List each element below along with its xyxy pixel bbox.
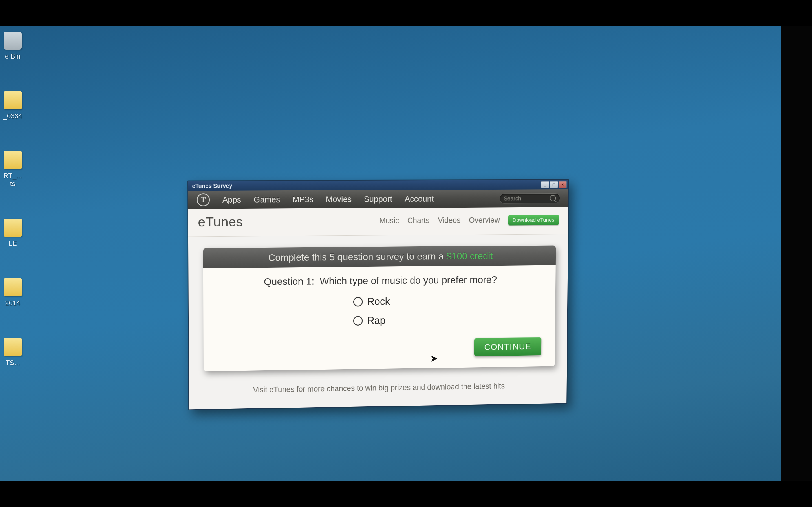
option-label: Rap [367,315,386,327]
monitor-bezel [781,26,812,481]
folder-icon [4,219,22,237]
nav-account[interactable]: Account [405,194,434,203]
footer-note: Visit eTunes for more chances to win big… [189,372,567,409]
survey-banner: Complete this 5 question survey to earn … [203,245,556,268]
sub-nav: eTunes Music Charts Videos Overview Down… [188,207,568,237]
brand-title: eTunes [198,214,243,230]
folder-icon [4,151,22,169]
window-minimize-button[interactable]: _ [541,181,549,188]
download-button[interactable]: Download eTunes [508,214,559,225]
continue-button[interactable]: CONTINUE [474,337,541,356]
option-rock[interactable]: Rock [353,295,409,308]
nav-support[interactable]: Support [364,194,393,204]
desktop-icon-recycle-bin[interactable]: e Bin [0,32,34,60]
survey-question: Question 1: Which type of music do you p… [217,274,542,288]
option-rap[interactable]: Rap [353,314,409,327]
question-text: Which type of music do you prefer more? [320,274,497,286]
subnav-music[interactable]: Music [379,216,399,225]
search-placeholder: Search [504,195,521,202]
window-titlebar[interactable]: eTunes Survey _ □ × [188,180,568,191]
subnav-charts[interactable]: Charts [407,216,430,225]
desktop-icon-folder[interactable]: _0334 [0,91,34,120]
recycle-bin-icon [4,32,22,50]
desktop-icon-label: e Bin [5,52,20,60]
banner-credit: $100 credit [446,250,493,262]
desktop-icon-folder[interactable]: RT_... ts [0,151,34,187]
desktop-icon-label: LE [8,239,17,247]
desktop: e Bin _0334 RT_... ts LE 2014 TS... eTun… [0,26,812,481]
option-label: Rock [367,296,390,307]
etunes-logo-icon[interactable]: T [197,193,210,207]
desktop-icon-folder[interactable]: LE [0,219,34,247]
window-close-button[interactable]: × [559,181,567,188]
subnav-overview[interactable]: Overview [469,216,500,224]
subnav-videos[interactable]: Videos [438,216,461,225]
search-input[interactable]: Search [500,193,560,204]
radio-icon [353,316,363,326]
survey-card: Complete this 5 question survey to earn … [203,245,556,371]
top-nav: T Apps Games MP3s Movies Support Account… [188,189,568,209]
desktop-icon-label: 2014 [5,299,20,307]
radio-icon [353,297,363,306]
desktop-icon-label: _0334 [3,112,22,120]
window-maximize-button[interactable]: □ [550,181,558,188]
desktop-icon-folder[interactable]: TS... [0,338,34,367]
desktop-icon-label: TS... [6,359,20,367]
nav-apps[interactable]: Apps [222,195,241,205]
nav-mp3s[interactable]: MP3s [293,194,313,204]
search-icon [550,195,556,202]
nav-games[interactable]: Games [254,195,280,205]
folder-icon [4,278,22,296]
folder-icon [4,338,22,356]
window-title: eTunes Survey [192,182,232,189]
nav-movies[interactable]: Movies [326,194,352,204]
desktop-icon-label: RT_... ts [4,172,22,187]
question-label: Question 1: [264,276,314,287]
desktop-icon-folder[interactable]: 2014 [0,278,34,307]
desktop-icons: e Bin _0334 RT_... ts LE 2014 TS... [0,32,34,367]
folder-icon [4,91,22,109]
app-window: eTunes Survey _ □ × T Apps Games MP3s Mo… [188,179,569,410]
banner-text: Complete this 5 question survey to earn … [268,251,446,263]
